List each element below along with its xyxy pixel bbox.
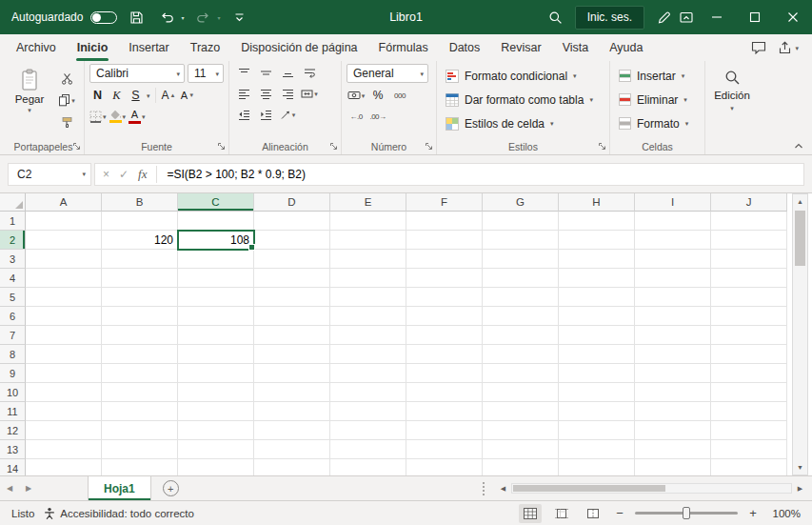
cell-i2[interactable] [635,231,711,250]
cell-d3[interactable] [254,250,330,269]
cell-h5[interactable] [559,288,635,307]
row-header-9[interactable]: 9 [0,364,26,383]
cell-i14[interactable] [635,459,711,475]
cell-b5[interactable] [102,288,178,307]
cell-f8[interactable] [406,345,483,364]
undo-icon[interactable] [155,5,178,30]
cell-e13[interactable] [330,440,406,459]
cell-b7[interactable] [102,326,178,345]
accounting-format-icon[interactable]: ▾ [347,87,366,104]
cell-a13[interactable] [26,440,102,459]
cell-h8[interactable] [559,345,635,364]
row-header-4[interactable]: 4 [0,269,26,288]
cell-g11[interactable] [483,402,559,421]
format-as-table-button[interactable]: Dar formato como tabla ▾ [442,88,604,111]
row-header-7[interactable]: 7 [0,326,26,345]
cell-a10[interactable] [26,383,102,402]
tab-scroll-splitter[interactable] [483,482,487,495]
redo-chevron-icon[interactable]: ▾ [217,14,220,21]
cell-g10[interactable] [483,383,559,402]
cell-a12[interactable] [26,421,102,440]
search-icon[interactable] [545,5,567,30]
row-header-14[interactable]: 14 [0,459,26,475]
cell-b3[interactable] [102,250,178,269]
cell-g2[interactable] [483,231,559,250]
shrink-font-button[interactable]: A▼ [180,87,196,104]
cell-d8[interactable] [254,345,330,364]
collapse-ribbon-icon[interactable] [793,141,804,151]
column-header-d[interactable]: D [254,193,330,212]
column-header-c[interactable]: C [178,193,254,212]
cut-icon[interactable] [55,70,78,87]
cell-j9[interactable] [711,364,787,383]
scroll-down-icon[interactable]: ▼ [793,460,807,475]
cell-g9[interactable] [483,364,559,383]
page-layout-view-icon[interactable] [550,504,573,523]
cell-j10[interactable] [711,383,787,402]
scroll-right-icon[interactable]: ▶ [792,485,808,493]
row-header-1[interactable]: 1 [0,212,26,231]
cell-a4[interactable] [26,269,102,288]
save-icon[interactable] [125,5,148,30]
cell-e2[interactable] [330,231,406,250]
row-header-11[interactable]: 11 [0,402,26,421]
alignment-dialog-launcher-icon[interactable] [329,142,339,151]
cell-h6[interactable] [559,307,635,326]
cell-j3[interactable] [711,250,787,269]
ribbon-tab-formulas[interactable]: Fórmulas [368,34,439,61]
zoom-slider-thumb[interactable] [683,507,690,519]
cell-i8[interactable] [635,345,711,364]
cell-i7[interactable] [635,326,711,345]
ribbon-tab-datos[interactable]: Datos [439,34,491,61]
grow-font-button[interactable]: A▲ [161,87,177,104]
cell-b14[interactable] [102,459,178,475]
vertical-scroll-thumb[interactable] [795,211,805,266]
ribbon-tab-revisar[interactable]: Revisar [490,34,551,61]
cell-f2[interactable] [406,231,483,250]
cell-e6[interactable] [330,307,406,326]
row-header-10[interactable]: 10 [0,383,26,402]
cell-b6[interactable] [102,307,178,326]
clipboard-dialog-launcher-icon[interactable] [72,142,82,151]
maximize-button[interactable] [736,0,774,34]
cell-i5[interactable] [635,288,711,307]
cell-b8[interactable] [102,345,178,364]
horizontal-scrollbar[interactable]: ◀ ▶ [483,476,812,500]
ribbon-tab-vista[interactable]: Vista [552,34,600,61]
cell-j6[interactable] [711,307,787,326]
fill-color-button[interactable]: ▾ [109,108,127,125]
cell-a6[interactable] [26,307,102,326]
decrease-decimals-icon[interactable]: .00→ [368,108,387,125]
sign-in-button[interactable]: Inic. ses. [575,6,644,30]
new-sheet-button[interactable]: + [163,480,179,496]
page-break-preview-icon[interactable] [582,504,604,523]
increase-indent-icon[interactable] [256,106,275,123]
ribbon-tab-ayuda[interactable]: Ayuda [599,34,653,61]
delete-cells-button[interactable]: Eliminar ▾ [615,88,700,111]
horizontal-scroll-thumb[interactable] [513,485,665,492]
cell-b1[interactable] [102,212,178,231]
font-size-combo[interactable]: 11 ▾ [188,64,224,83]
cell-f7[interactable] [406,326,483,345]
cell-f10[interactable] [406,383,483,402]
number-format-combo[interactable]: General ▾ [347,64,428,83]
cell-a8[interactable] [26,345,102,364]
cell-c12[interactable] [178,421,254,440]
row-header-6[interactable]: 6 [0,307,26,326]
cell-d12[interactable] [254,421,330,440]
cell-e10[interactable] [330,383,406,402]
cell-h2[interactable] [559,231,635,250]
column-header-e[interactable]: E [330,193,406,212]
cell-h12[interactable] [559,421,635,440]
cell-i4[interactable] [635,269,711,288]
cell-f11[interactable] [406,402,483,421]
cell-h4[interactable] [559,269,635,288]
cell-f13[interactable] [406,440,483,459]
close-button[interactable] [774,0,812,34]
cell-c4[interactable] [178,269,254,288]
cell-d10[interactable] [254,383,330,402]
scroll-left-icon[interactable]: ◀ [495,485,511,493]
cell-a2[interactable] [26,231,102,250]
cell-h11[interactable] [559,402,635,421]
minimize-button[interactable] [698,0,736,34]
